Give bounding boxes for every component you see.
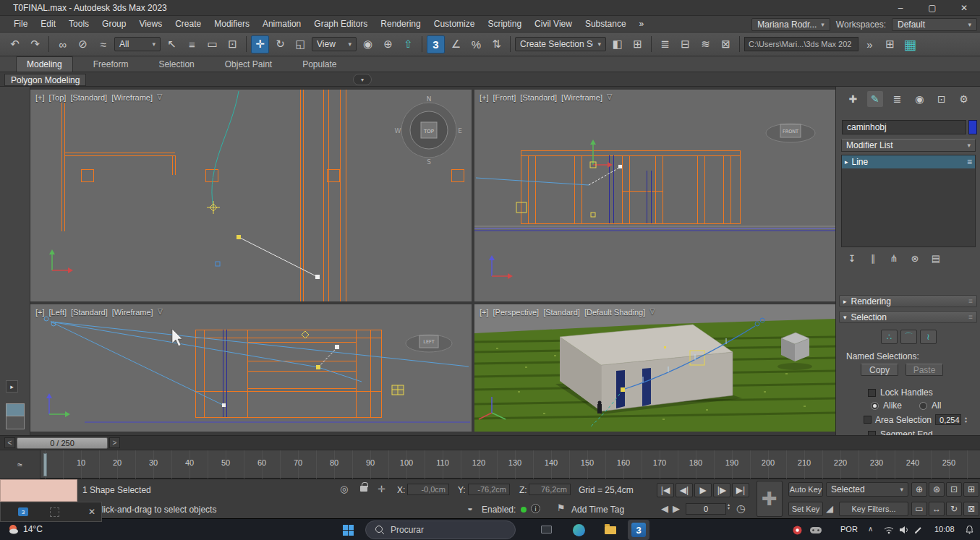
configure-modifier-sets-icon[interactable]: ▤ — [929, 252, 943, 265]
time-slider-handle[interactable]: 0 / 250 — [17, 437, 108, 449]
spinner-arrows[interactable]: ▴▾ — [965, 416, 967, 424]
tray-controller-icon[interactable] — [810, 526, 822, 534]
zoom-extents-icon[interactable]: ⊡ — [946, 482, 962, 497]
viewport-top[interactable]: TOP N E S W [+] [Top] [Standard] [Wirefr… — [30, 90, 472, 301]
ribbon-tab-freeform[interactable]: Freeform — [83, 57, 139, 72]
keyboard-override-icon[interactable]: ⇧ — [399, 35, 417, 53]
weather-widget[interactable]: 14°C — [7, 523, 43, 535]
menu-item[interactable]: Animation — [256, 17, 307, 31]
ribbon-tab-selection[interactable]: Selection — [148, 57, 204, 72]
menu-item[interactable]: Graph Editors — [307, 17, 374, 31]
viewport-menu-renderer[interactable]: [Standard] — [520, 93, 557, 102]
viewport-menu-pov[interactable]: [Front] — [493, 93, 516, 102]
show-end-result-icon[interactable]: ∥ — [866, 252, 880, 265]
object-color-swatch[interactable] — [968, 120, 977, 134]
absolute-mode-icon[interactable]: ✛ — [378, 484, 385, 494]
menu-overflow-icon[interactable]: » — [633, 17, 651, 31]
align-icon[interactable]: ⊞ — [629, 35, 647, 53]
minimize-button[interactable]: – — [885, 0, 916, 16]
menu-item[interactable]: Substance — [579, 17, 633, 31]
render-setup-icon[interactable]: ▦ — [901, 35, 919, 53]
tray-chevron-up-icon[interactable]: ∧ — [868, 525, 873, 533]
current-frame-marker[interactable] — [43, 453, 47, 476]
set-keys-button[interactable]: ✚ — [757, 481, 783, 517]
select-and-move-icon[interactable]: ✛ — [251, 35, 269, 53]
viewport-perspective-canvas[interactable] — [474, 304, 835, 432]
start-button[interactable] — [343, 525, 354, 536]
rollout-selection[interactable]: ▾ Selection ≡ — [839, 311, 977, 323]
selection-filter-dropdown[interactable]: All ▾ — [114, 37, 161, 51]
snaps-toggle-icon[interactable]: 3 — [427, 35, 445, 53]
set-key-button[interactable]: Set Key — [788, 502, 823, 516]
modifier-stack[interactable]: ▸ Line ≡ — [841, 155, 976, 247]
create-tab-icon[interactable]: ✚ — [845, 91, 861, 107]
concrete-house[interactable] — [560, 325, 733, 411]
toolbar-overflow-icon[interactable]: » — [861, 35, 879, 53]
viewport-menu-shading[interactable]: [Wireframe] — [112, 308, 153, 317]
copy-button[interactable]: Copy — [861, 364, 898, 376]
percent-snap-icon[interactable]: % — [467, 35, 485, 53]
viewport-layout-tabs[interactable] — [6, 403, 25, 431]
menu-item[interactable]: Create — [169, 17, 208, 31]
make-unique-icon[interactable]: ⋔ — [887, 252, 901, 265]
pan-icon[interactable]: ↔ — [929, 502, 945, 516]
go-to-end-button[interactable]: ▶| — [732, 483, 749, 497]
isolate-selection-icon[interactable]: ◎ — [340, 484, 348, 494]
angle-snap-icon[interactable]: ∠ — [447, 35, 465, 53]
menu-item[interactable]: Group — [95, 17, 132, 31]
pen-icon[interactable] — [914, 526, 923, 534]
key-filters-button[interactable]: Key Filters... — [839, 502, 908, 516]
go-to-start-button[interactable]: |◀ — [657, 483, 674, 497]
viewport-menu-renderer[interactable]: [Standard] — [71, 308, 108, 317]
viewport-menu-pov[interactable]: [Left] — [49, 308, 67, 317]
spline-subobject-icon[interactable]: ≀ — [920, 330, 937, 344]
notification-bell-icon[interactable] — [965, 525, 974, 534]
viewport-left-canvas[interactable]: LEFT — [30, 304, 472, 432]
pin-stack-icon[interactable]: ↧ — [845, 252, 859, 265]
undo-icon[interactable]: ↶ — [6, 35, 24, 53]
language-indicator[interactable]: POR — [840, 525, 858, 533]
zoom-icon[interactable]: ⊕ — [911, 482, 927, 497]
unlink-selection-icon[interactable]: ⊘ — [74, 35, 92, 53]
project-folder-field[interactable]: C:\Users\Mari...\3ds Max 202 — [744, 37, 858, 51]
reference-coordinate-dropdown[interactable]: View ▾ — [312, 37, 357, 51]
edge-icon[interactable] — [573, 524, 585, 536]
ribbon-options-button[interactable]: ▾ — [353, 74, 372, 85]
auto-key-button[interactable]: Auto Key — [788, 482, 823, 497]
close-button[interactable]: ✕ — [948, 0, 980, 16]
spinner-snap-icon[interactable]: ⇅ — [487, 35, 506, 53]
volume-icon[interactable] — [900, 526, 909, 534]
remove-modifier-icon[interactable]: ⊗ — [908, 252, 922, 265]
mini-curve-editor-button[interactable]: ≈ — [0, 450, 41, 479]
segment-subobject-icon[interactable]: ⌒ — [900, 330, 917, 344]
viewport-menu-shading[interactable]: [Wireframe] — [561, 93, 602, 102]
taskbar-3dsmax-icon[interactable]: 3 — [628, 520, 649, 540]
named-selection-set-dropdown[interactable]: Create Selection Se ▾ — [515, 37, 606, 51]
motion-tab-icon[interactable]: ◉ — [911, 91, 927, 107]
viewport-front[interactable]: FRONT [+] [Front] [Standard] [Wireframe]… — [474, 90, 835, 301]
previous-frame-button[interactable]: < — [4, 437, 15, 448]
window-crossing-icon[interactable]: ⊡ — [223, 35, 242, 53]
signin-account[interactable]: Mariana Rodr... ▾ — [751, 18, 830, 31]
area-selection-value[interactable]: 0,254 — [935, 414, 961, 425]
viewport-menu-pov[interactable]: [Perspective] — [493, 308, 540, 317]
add-time-tag[interactable]: Add Time Tag — [571, 505, 624, 515]
rendered-frame-window-icon[interactable]: ⊞ — [881, 35, 899, 53]
utilities-tab-icon[interactable]: ⚙ — [956, 91, 972, 107]
zoom-extents-all-icon[interactable]: ⊞ — [963, 482, 979, 497]
display-tab-icon[interactable]: ⊡ — [934, 91, 950, 107]
ribbon-subtab-polygon-modeling[interactable]: Polygon Modeling — [4, 74, 86, 86]
viewport-filter-icon[interactable]: ∇ — [649, 307, 655, 317]
next-frame-button[interactable]: |▶ — [713, 483, 730, 497]
viewport-filter-icon[interactable]: ∇ — [157, 93, 162, 102]
viewport-perspective[interactable]: [+] [Perspective] [Standard] [Default Sh… — [474, 304, 835, 432]
mirror-icon[interactable]: ◧ — [608, 35, 626, 53]
orbit-icon[interactable]: ↻ — [946, 502, 962, 516]
viewport-menu-shading[interactable]: [Default Shading] — [584, 308, 645, 317]
menu-item[interactable]: Edit — [34, 17, 62, 31]
layout-tab-active[interactable] — [6, 403, 25, 416]
previous-frame-button[interactable]: ◀| — [676, 483, 693, 497]
taskbar-app-monitor-icon[interactable] — [541, 526, 552, 533]
viewport-menu-general[interactable]: [+] — [480, 93, 489, 102]
viewport-menu-shading[interactable]: [Wireframe] — [111, 93, 153, 102]
